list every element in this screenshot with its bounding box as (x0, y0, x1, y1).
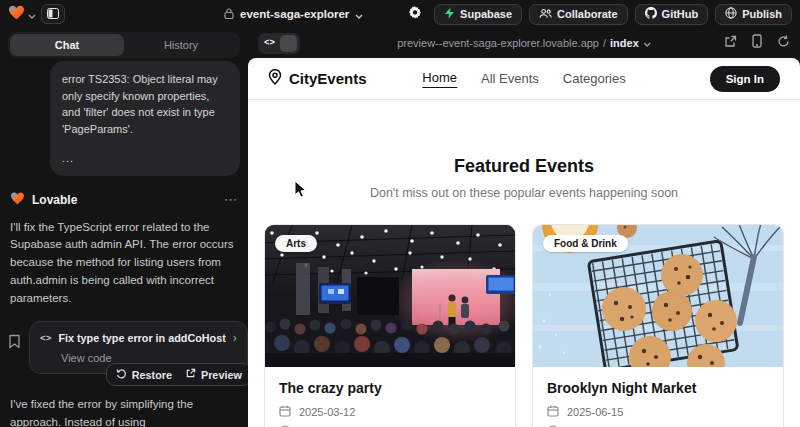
event-cards-grid: Arts The crazy party 2025-03-12 (264, 224, 784, 427)
version-actions: Restore Preview (106, 363, 248, 386)
restore-icon (116, 368, 127, 381)
user-message-text: error TS2353: Object literal may only sp… (62, 71, 228, 137)
user-message-bubble: error TS2353: Object literal may only sp… (50, 61, 240, 176)
event-title: Brooklyn Night Market (547, 380, 769, 396)
gear-icon (408, 5, 422, 23)
event-date: 2025-03-12 (279, 405, 501, 419)
lovable-heart-icon (8, 5, 25, 24)
event-image-conference: Arts (265, 225, 515, 367)
chevron-down-icon (28, 5, 36, 23)
preview-button-label: Preview (201, 369, 242, 381)
user-message-truncation: ... (62, 150, 228, 167)
toggle-sidebar-button[interactable] (41, 4, 65, 24)
collaborate-button-label: Collaborate (557, 8, 618, 20)
lovable-app-window: event-saga-explorer Supabase (0, 0, 800, 427)
settings-button[interactable] (403, 4, 427, 24)
tab-history[interactable]: History (124, 34, 238, 56)
chat-history-tabs: Chat History (8, 32, 240, 58)
code-icon: <> (260, 35, 279, 52)
section-title: Featured Events (248, 156, 800, 177)
nav-link-home[interactable]: Home (422, 70, 457, 88)
open-in-new-tab-button[interactable] (724, 34, 737, 52)
users-icon (539, 8, 552, 21)
panel-layout-icon (47, 5, 59, 23)
sign-in-button[interactable]: Sign In (710, 66, 780, 92)
event-title: The crazy party (279, 380, 501, 396)
github-icon (645, 7, 657, 21)
mobile-view-button[interactable] (752, 34, 762, 52)
nav-link-all-events[interactable]: All Events (481, 71, 539, 86)
supabase-button-label: Supabase (460, 8, 512, 20)
restore-button-label: Restore (132, 369, 172, 381)
publish-button-label: Publish (742, 8, 782, 20)
code-preview-toggle[interactable]: <> (258, 33, 300, 54)
supabase-bolt-icon (444, 7, 455, 21)
project-name: event-saga-explorer (240, 8, 349, 20)
event-date-text: 2025-03-12 (299, 406, 355, 418)
collaborate-button[interactable]: Collaborate (529, 4, 628, 25)
github-button-label: GitHub (662, 8, 699, 20)
url-separator: / (603, 37, 606, 49)
assistant-name: Lovable (32, 193, 77, 207)
lovable-heart-icon (10, 191, 25, 209)
preview-toolbar: <> preview--event-saga-explorer.lovable.… (248, 28, 800, 58)
calendar-icon (547, 405, 559, 419)
preview-pane: <> preview--event-saga-explorer.lovable.… (248, 28, 800, 427)
event-date: 2025-06-15 (547, 405, 769, 419)
edit-card-title: Fix type type error in addCoHost (58, 332, 225, 344)
nav-link-categories[interactable]: Categories (563, 71, 626, 86)
preview-version-button[interactable]: Preview (185, 368, 242, 381)
code-edit-card[interactable]: <> Fix type type error in addCoHost › Vi… (29, 321, 248, 374)
event-date-text: 2025-06-15 (567, 406, 623, 418)
preview-url-host: preview--event-saga-explorer.lovable.app (397, 37, 599, 49)
publish-button[interactable]: Publish (715, 4, 792, 25)
preview-url-page: index (610, 37, 639, 49)
restore-button[interactable]: Restore (116, 368, 172, 381)
map-pin-icon (268, 69, 282, 88)
top-bar: event-saga-explorer Supabase (0, 0, 800, 28)
result-text: I've fixed the error by simplifying the … (10, 398, 193, 427)
chevron-down-icon (643, 37, 651, 49)
site-header: CityEvents Home All Events Categories Si… (248, 58, 800, 100)
refresh-button[interactable] (777, 34, 790, 52)
site-brand[interactable]: CityEvents (268, 69, 367, 88)
lock-icon (224, 5, 234, 23)
chat-sidebar: Chat History error TS2353: Object litera… (0, 28, 248, 427)
assistant-header: Lovable ⋯ (8, 191, 240, 209)
chevron-right-icon: › (233, 331, 237, 345)
external-preview-icon (185, 368, 196, 381)
site-nav: Home All Events Categories (422, 70, 625, 88)
preview-url-selector[interactable]: preview--event-saga-explorer.lovable.app… (397, 37, 651, 49)
lovable-logo-menu[interactable] (8, 5, 36, 24)
category-badge: Food & Drink (543, 235, 628, 252)
featured-events-section: Featured Events Don't miss out on these … (248, 100, 800, 200)
assistant-message-result: I've fixed the error by simplifying the … (8, 396, 240, 427)
site-preview: CityEvents Home All Events Categories Si… (248, 58, 800, 427)
section-subtitle: Don't miss out on these popular events h… (248, 186, 800, 200)
calendar-icon (279, 405, 291, 419)
event-card-brooklyn-market[interactable]: Food & Drink Brooklyn Night Market 2025-… (532, 224, 784, 427)
category-badge: Arts (275, 235, 317, 252)
event-image-cookies: Food & Drink (533, 225, 783, 367)
github-button[interactable]: GitHub (635, 4, 709, 25)
assistant-message-intro: I'll fix the TypeScript error related to… (8, 219, 240, 309)
project-selector[interactable]: event-saga-explorer (224, 0, 363, 28)
message-menu-button[interactable]: ⋯ (224, 192, 238, 207)
toggle-knob (280, 35, 297, 52)
site-brand-name: CityEvents (289, 70, 367, 87)
supabase-button[interactable]: Supabase (434, 4, 522, 25)
event-card-crazy-party[interactable]: Arts The crazy party 2025-03-12 (264, 224, 516, 427)
bookmark-icon[interactable] (8, 334, 21, 353)
chevron-down-icon (355, 5, 363, 23)
code-icon: <> (40, 333, 51, 344)
tab-chat[interactable]: Chat (10, 34, 124, 56)
globe-icon (725, 7, 737, 21)
